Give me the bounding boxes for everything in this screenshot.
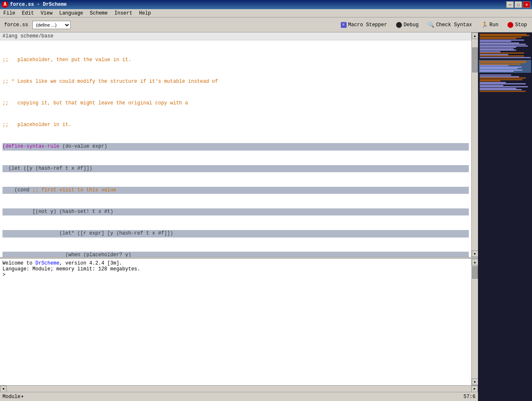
status-bar: Module ▼ 57:6 (0, 392, 478, 401)
check-syntax-icon: 🔍 (428, 22, 434, 28)
macro-icon-text: # (342, 23, 345, 27)
scroll-down-button[interactable]: ▼ (472, 250, 478, 257)
minimap-highlight (479, 60, 531, 73)
check-syntax-button[interactable]: 🔍 Check Syntax (425, 21, 474, 29)
stop-button[interactable]: Stop (505, 21, 530, 29)
repl-welcome-line: Welcome to DrScheme, version 4.2.4 [3m]. (2, 260, 469, 266)
run-label: Run (490, 22, 499, 28)
repl-content[interactable]: Welcome to DrScheme, version 4.2.4 [3m].… (0, 259, 471, 385)
repl-scroll-up-button[interactable]: ▲ (472, 259, 478, 265)
repl-scroll-right-button[interactable]: ► (471, 386, 478, 392)
title-bar-controls: ─ □ ✕ (506, 1, 530, 8)
menu-bar: File Edit View Language Scheme Insert He… (0, 9, 532, 17)
menu-language[interactable]: Language (56, 9, 86, 17)
code-line-7: (cond ;; first visit to this value (2, 187, 469, 194)
module-dropdown[interactable]: Module ▼ (2, 394, 23, 400)
debug-icon (396, 22, 402, 28)
repl-scroll-left-button[interactable]: ◄ (0, 386, 7, 392)
repl-scrollbar-h[interactable]: ◄ ► (0, 385, 478, 392)
debug-label: Debug (404, 22, 419, 28)
define-dropdown[interactable]: (define ...) (32, 21, 71, 29)
close-button[interactable]: ✕ (523, 1, 530, 8)
run-button[interactable]: 🏃 Run (479, 21, 501, 29)
code-pane: #lang scheme/base ;; placeholder, then p… (0, 32, 478, 257)
repl-scroll-thumb[interactable] (472, 266, 478, 279)
drscheme-link[interactable]: DrScheme (35, 260, 59, 266)
macro-stepper-button[interactable]: # Macro Stepper (338, 21, 390, 29)
module-label: Module (2, 394, 20, 400)
repl-scroll-track[interactable] (472, 265, 478, 379)
code-scrollbar-v[interactable]: ▲ ▼ (471, 32, 478, 257)
toolbar: force.ss (define ...) # Macro Stepper De… (0, 17, 532, 32)
menu-help[interactable]: Help (135, 9, 154, 17)
code-line-9: (let* ([r expr] [y (hash-ref t x #f]]) (2, 230, 469, 237)
code-area: ;; placeholder, then put the value in it… (2, 42, 469, 257)
stop-icon (507, 22, 513, 28)
module-arrow-icon: ▼ (21, 395, 23, 399)
filename-label: force.ss (2, 21, 30, 29)
run-icon: 🏃 (481, 22, 488, 28)
main-layout: #lang scheme/base ;; placeholder, then p… (0, 32, 532, 401)
macro-stepper-label: Macro Stepper (348, 22, 387, 28)
code-line-10: (when (placeholder? y) (2, 252, 469, 257)
scroll-up-button[interactable]: ▲ (472, 32, 478, 39)
title-bar-left: A force.ss - DrScheme (2, 1, 67, 8)
code-line-3: ;; copying it, but that might leave the … (2, 100, 469, 107)
toolbar-left: force.ss (define ...) (2, 21, 335, 29)
check-syntax-label: Check Syntax (436, 22, 472, 28)
repl-version-text: , version 4.2.4 [3m]. (59, 260, 122, 266)
code-line-6: (let ([y (hash-ref t x #f]]) (2, 165, 469, 172)
code-line-4: ;; placeholder in it. (2, 121, 469, 129)
repl-prompt: > (2, 272, 5, 278)
menu-edit[interactable]: Edit (19, 9, 37, 17)
scroll-thumb[interactable] (472, 47, 478, 72)
scroll-track[interactable] (472, 39, 478, 250)
minimap-content (478, 32, 532, 401)
app-icon: A (2, 1, 8, 8)
macro-stepper-icon: # (341, 22, 347, 28)
repl-prompt-line: > (2, 272, 469, 278)
menu-file[interactable]: File (0, 9, 19, 17)
debug-button[interactable]: Debug (394, 21, 421, 29)
stop-label: Stop (515, 22, 527, 28)
code-line-2: ;; * Looks like we could modify the stru… (2, 78, 469, 85)
lang-header: #lang scheme/base (0, 32, 471, 40)
code-line-5: (define-syntax-rule (do-value expr) (2, 143, 469, 150)
code-content[interactable]: ;; placeholder, then put the value in it… (0, 40, 471, 257)
minimap (478, 32, 532, 401)
repl-scroll-down-button[interactable]: ▼ (472, 379, 478, 385)
repl-welcome-text: Welcome to (2, 260, 35, 266)
app-icon-letter: A (3, 2, 6, 7)
repl-language-line: Language: Module; memory limit: 128 mega… (2, 266, 469, 272)
title-bar: A force.ss - DrScheme ─ □ ✕ (0, 0, 532, 9)
menu-insert[interactable]: Insert (111, 9, 135, 17)
code-line-8: [(not y) (hash-set! t x #t) (2, 208, 469, 215)
minimize-button[interactable]: ─ (506, 1, 514, 8)
maximize-button[interactable]: □ (515, 1, 522, 8)
editor-area: #lang scheme/base ;; placeholder, then p… (0, 32, 478, 401)
title-bar-text: force.ss - DrScheme (10, 2, 67, 7)
menu-scheme[interactable]: Scheme (86, 9, 111, 17)
code-line-1: ;; placeholder, then put the value in it… (2, 57, 469, 64)
repl-scrollbar-v[interactable]: ▲ ▼ (471, 259, 478, 385)
toolbar-right: # Macro Stepper Debug 🔍 Check Syntax 🏃 R… (338, 21, 530, 29)
cursor-position: 57:6 (463, 394, 475, 400)
menu-view[interactable]: View (37, 9, 56, 17)
repl-pane: Welcome to DrScheme, version 4.2.4 [3m].… (0, 259, 478, 392)
